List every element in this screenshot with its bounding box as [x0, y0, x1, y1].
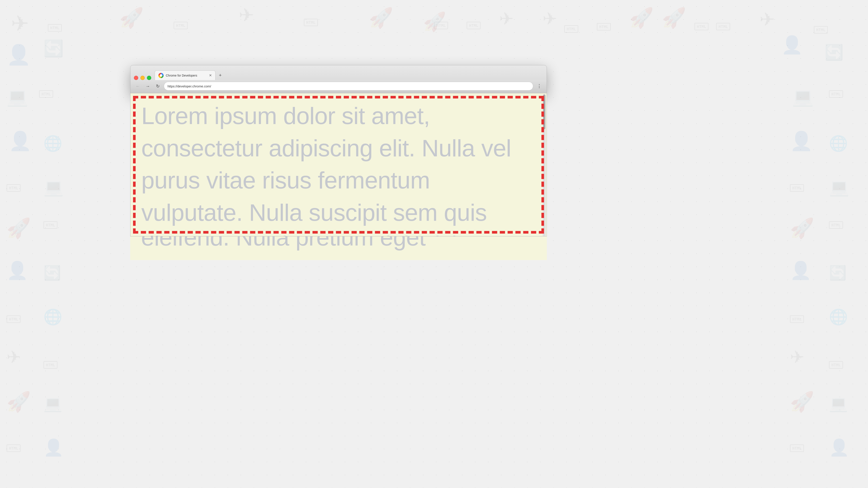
tab-bar: Chrome for Developers ✕ +	[130, 65, 547, 80]
scrollbar[interactable]	[543, 94, 546, 236]
traffic-lights	[134, 76, 151, 80]
chrome-favicon-icon	[158, 73, 164, 78]
lorem-ipsum-text: Lorem ipsum dolor sit amet, consectetur …	[141, 100, 536, 236]
tab-title: Chrome for Developers	[166, 74, 207, 77]
browser-window: Chrome for Developers ✕ + ← → ↻ https://…	[130, 65, 547, 236]
address-bar[interactable]: https://developer.chrome.com/	[164, 82, 533, 91]
page-content: Lorem ipsum dolor sit amet, consectetur …	[130, 93, 547, 236]
browser-content: Lorem ipsum dolor sit amet, consectetur …	[130, 93, 547, 236]
scrollbar-track	[543, 94, 546, 236]
forward-button[interactable]: →	[144, 82, 152, 90]
address-bar-row: ← → ↻ https://developer.chrome.com/ ⋮	[130, 80, 547, 93]
url-text: https://developer.chrome.com/	[167, 85, 211, 88]
tab-close-area: ✕	[209, 73, 212, 77]
minimize-button[interactable]	[141, 76, 145, 80]
scrollbar-thumb[interactable]	[543, 95, 545, 129]
reload-button[interactable]: ↻	[154, 82, 162, 90]
maximize-button[interactable]	[147, 76, 151, 80]
tab-close-icon[interactable]: ✕	[209, 73, 212, 77]
back-button[interactable]: ←	[134, 82, 142, 90]
active-tab[interactable]: Chrome for Developers ✕	[155, 70, 215, 80]
close-button[interactable]	[134, 76, 138, 80]
new-tab-button[interactable]: +	[216, 71, 224, 79]
browser-chrome: Chrome for Developers ✕ + ← → ↻ https://…	[130, 65, 547, 93]
browser-menu-button[interactable]: ⋮	[535, 82, 543, 90]
